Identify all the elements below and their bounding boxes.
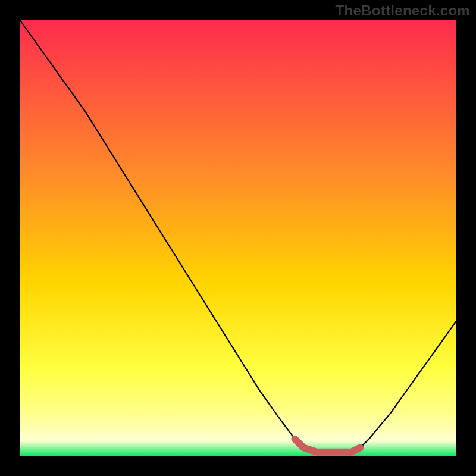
page-root: TheBottleneck.com <box>0 0 476 476</box>
watermark-text: TheBottleneck.com <box>336 2 470 19</box>
chart-svg <box>20 20 456 456</box>
chart-plot-area <box>20 20 456 456</box>
chart-background <box>20 20 456 456</box>
